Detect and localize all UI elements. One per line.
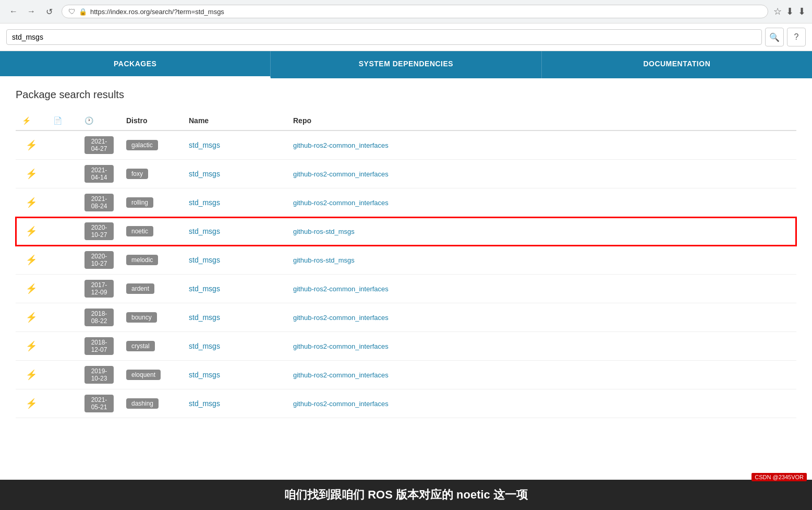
doc-cell <box>47 188 78 217</box>
reload-button[interactable]: ↺ <box>42 4 56 19</box>
name-cell: std_msgs <box>183 361 287 389</box>
repo-link[interactable]: github-ros2-common_interfaces <box>293 342 389 350</box>
doc-cell <box>47 361 78 389</box>
browser-nav-buttons: ← → ↺ <box>6 4 56 19</box>
distro-badge: melodic <box>126 255 158 265</box>
forward-button[interactable]: → <box>24 4 39 19</box>
distro-cell: dashing <box>120 389 183 418</box>
bolt-cell: ⚡ <box>16 389 47 418</box>
distro-cell: rolling <box>120 188 183 217</box>
date-badge: 2021-08-24 <box>84 194 114 211</box>
bolt-cell: ⚡ <box>16 246 47 275</box>
date-cell: 2021-08-24 <box>78 188 120 217</box>
date-badge: 2021-04-14 <box>84 165 114 183</box>
doc-cell <box>47 217 78 246</box>
date-cell: 2017-12-09 <box>78 275 120 303</box>
distro-cell: ardent <box>120 275 183 303</box>
bolt-cell: ⚡ <box>16 131 47 160</box>
date-badge: 2021-05-21 <box>84 395 114 412</box>
name-cell: std_msgs <box>183 332 287 361</box>
name-cell: std_msgs <box>183 275 287 303</box>
date-badge: 2018-08-22 <box>84 309 114 326</box>
page-title: Package search results <box>16 89 796 101</box>
repo-link[interactable]: github-ros-std_msgs <box>293 256 355 264</box>
doc-cell <box>47 389 78 418</box>
table-row: ⚡ 2021-04-27 galactic std_msgs github-ro… <box>16 131 796 160</box>
repo-link[interactable]: github-ros2-common_interfaces <box>293 170 389 178</box>
bolt-icon: ⚡ <box>26 255 37 265</box>
repo-link[interactable]: github-ros2-common_interfaces <box>293 141 389 149</box>
package-link[interactable]: std_msgs <box>189 170 220 178</box>
name-cell: std_msgs <box>183 131 287 160</box>
date-cell: 2021-04-27 <box>78 131 120 160</box>
bolt-icon: ⚡ <box>26 197 37 208</box>
date-cell: 2020-10-27 <box>78 246 120 275</box>
th-doc: 📄 <box>47 111 78 131</box>
date-cell: 2020-10-27 <box>78 217 120 246</box>
tab-system-dependencies[interactable]: SYSTEM DEPENDENCIES <box>271 51 541 78</box>
repo-link[interactable]: github-ros2-common_interfaces <box>293 400 389 408</box>
doc-cell <box>47 160 78 188</box>
repo-link[interactable]: github-ros2-common_interfaces <box>293 199 389 207</box>
name-cell: std_msgs <box>183 246 287 275</box>
name-cell: std_msgs <box>183 160 287 188</box>
bolt-cell: ⚡ <box>16 275 47 303</box>
package-link[interactable]: std_msgs <box>189 313 220 322</box>
package-link[interactable]: std_msgs <box>189 198 220 207</box>
date-cell: 2021-05-21 <box>78 389 120 418</box>
package-link[interactable]: std_msgs <box>189 284 220 293</box>
back-button[interactable]: ← <box>6 4 21 19</box>
distro-cell: galactic <box>120 131 183 160</box>
main-content: Package search results ⚡ 📄 🕐 Distro Name… <box>0 78 812 429</box>
bolt-icon: ⚡ <box>26 398 37 409</box>
download-icon[interactable]: ⬇ <box>798 6 806 17</box>
url-text: https://index.ros.org/search/?term=std_m… <box>90 8 224 16</box>
package-link[interactable]: std_msgs <box>189 227 220 235</box>
repo-cell: github-ros-std_msgs <box>287 217 796 246</box>
doc-cell <box>47 303 78 332</box>
date-badge: 2019-10-23 <box>84 366 114 384</box>
table-row: ⚡ 2020-10-27 melodic std_msgs github-ros… <box>16 246 796 275</box>
repo-cell: github-ros2-common_interfaces <box>287 389 796 418</box>
repo-link[interactable]: github-ros-std_msgs <box>293 228 355 235</box>
repo-cell: github-ros2-common_interfaces <box>287 303 796 332</box>
lock-icon: 🔒 <box>79 8 87 16</box>
bolt-cell: ⚡ <box>16 361 47 389</box>
repo-link[interactable]: github-ros2-common_interfaces <box>293 371 389 379</box>
distro-cell: melodic <box>120 246 183 275</box>
tab-documentation[interactable]: DOCUMENTATION <box>542 51 812 78</box>
browser-right-icons: ☆ ⬇ ⬇ <box>773 6 806 17</box>
bolt-icon: ⚡ <box>26 169 37 179</box>
tab-packages[interactable]: PACKAGES <box>0 51 271 78</box>
package-link[interactable]: std_msgs <box>189 399 220 408</box>
package-link[interactable]: std_msgs <box>189 256 220 264</box>
distro-badge: rolling <box>126 197 153 208</box>
bolt-icon: ⚡ <box>26 370 37 380</box>
date-cell: 2018-08-22 <box>78 303 120 332</box>
bolt-cell: ⚡ <box>16 188 47 217</box>
date-badge: 2017-12-09 <box>84 280 114 298</box>
bookmark-icon[interactable]: ☆ <box>773 6 782 17</box>
th-bolt: ⚡ <box>16 111 47 131</box>
help-button[interactable]: ? <box>787 28 806 46</box>
package-link[interactable]: std_msgs <box>189 141 220 149</box>
repo-cell: github-ros2-common_interfaces <box>287 361 796 389</box>
doc-cell <box>47 246 78 275</box>
pocket-icon[interactable]: ⬇ <box>786 6 794 17</box>
distro-badge: dashing <box>126 398 159 409</box>
distro-cell: bouncy <box>120 303 183 332</box>
package-link[interactable]: std_msgs <box>189 342 220 350</box>
search-input[interactable] <box>6 29 762 45</box>
table-header: ⚡ 📄 🕐 Distro Name Repo <box>16 111 796 131</box>
package-link[interactable]: std_msgs <box>189 371 220 379</box>
bolt-cell: ⚡ <box>16 332 47 361</box>
repo-cell: github-ros-std_msgs <box>287 246 796 275</box>
search-button[interactable]: 🔍 <box>765 28 784 46</box>
th-repo: Repo <box>287 111 796 131</box>
repo-link[interactable]: github-ros2-common_interfaces <box>293 314 389 322</box>
results-table: ⚡ 📄 🕐 Distro Name Repo ⚡ 2021-04-27 gala… <box>16 111 796 418</box>
distro-badge: bouncy <box>126 312 157 323</box>
table-row: ⚡ 2021-05-21 dashing std_msgs github-ros… <box>16 389 796 418</box>
repo-link[interactable]: github-ros2-common_interfaces <box>293 285 389 293</box>
address-bar[interactable]: 🛡 🔒 https://index.ros.org/search/?term=s… <box>62 5 768 18</box>
